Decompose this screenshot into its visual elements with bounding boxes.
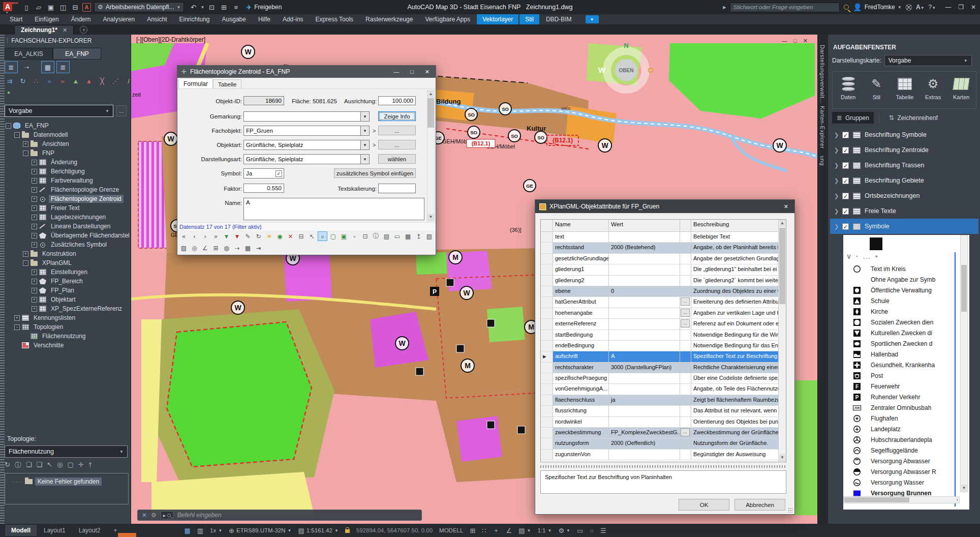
document-tab[interactable]: Zeichnung1* ✕: [14, 25, 74, 35]
checkbox-checked-icon[interactable]: ✓: [842, 147, 849, 154]
move-feature-icon[interactable]: ⇢: [232, 243, 242, 253]
waehlen-button[interactable]: wählen: [378, 154, 416, 164]
attribute-value[interactable]: A: [609, 351, 680, 362]
symbol-combo[interactable]: Ja✓: [243, 168, 284, 178]
grid-toggle[interactable]: ⊞: [470, 527, 475, 534]
chevron-right-icon[interactable]: ❯: [834, 193, 838, 199]
print-icon[interactable]: ⊟: [296, 231, 306, 241]
attribute-row-rechtsstand[interactable]: rechtsstand2000 (Bestehend)Angabe, ob de…: [541, 243, 786, 253]
fachobjekt-combo[interactable]: FP_Gruen▼: [243, 126, 370, 136]
nav-prev-icon[interactable]: ‹: [190, 231, 199, 241]
menu-item-vektorlayer[interactable]: Vektorlayer: [477, 14, 518, 24]
nav-last-icon[interactable]: »: [211, 231, 221, 241]
cubes-icon[interactable]: ❏: [37, 461, 43, 470]
tool-stil[interactable]: ✎Stil: [864, 76, 890, 100]
command-placeholder[interactable]: Befehl eingeben: [177, 512, 222, 519]
attribute-value[interactable]: [609, 264, 680, 275]
tree-item-lineare-darstellungen[interactable]: +Lineare Darstellungen: [5, 222, 130, 231]
cancel-button[interactable]: Abbrechen: [734, 499, 785, 511]
expand-plus-icon[interactable]: +: [32, 215, 37, 220]
refresh-icon[interactable]: ↻: [254, 231, 263, 241]
tree-item-objektart[interactable]: +Objektart: [5, 295, 130, 304]
undo-icon[interactable]: ↶: [188, 2, 198, 12]
expand-plus-icon[interactable]: +: [32, 288, 37, 293]
close-form-icon[interactable]: ⇥: [254, 243, 263, 253]
explorer-tool-icon-2[interactable]: ↻: [18, 76, 28, 85]
side-tab-karten-explorer[interactable]: Karten-Explorer: [819, 106, 825, 149]
table-insert-icon[interactable]: ▦: [403, 231, 413, 241]
objektart-combo[interactable]: Grünfläche, Spielplatz▼: [243, 140, 370, 150]
table-scrollbar[interactable]: ▲▼: [778, 220, 786, 462]
maximize-icon[interactable]: □: [410, 69, 414, 75]
restore-icon[interactable]: ❐: [958, 4, 964, 11]
chevron-down-icon[interactable]: ∨: [846, 252, 851, 260]
menu-item-ansicht[interactable]: Ansicht: [141, 14, 172, 24]
fachobjekt-more-button[interactable]: ...: [378, 126, 416, 135]
tree-item-einstellungen[interactable]: +Einstellungen: [5, 267, 130, 277]
explorer-tool-icon-6[interactable]: ▲: [71, 76, 81, 85]
expand-plus-icon[interactable]: +: [32, 196, 37, 202]
tree-item-datenmodell[interactable]: -Datenmodell: [5, 130, 130, 139]
compass-oben-label[interactable]: OBEN: [619, 68, 634, 73]
performance-monitor[interactable]: ○: [590, 527, 594, 534]
layer-row-beschriftung-symbole[interactable]: ❯✓Beschriftung Symbole: [830, 127, 978, 142]
attribute-value[interactable]: [609, 319, 680, 329]
tree-item--nderung[interactable]: +Änderung: [5, 158, 130, 167]
layout-tab-modell[interactable]: Modell: [5, 525, 37, 536]
zoom-flash-icon[interactable]: ◎: [57, 461, 63, 470]
tree-item--berlagernde-fl-chendarstellungen[interactable]: +Überlagernde Flächendarstellungen: [5, 231, 130, 240]
ok-button[interactable]: OK: [679, 499, 729, 511]
cart-icon[interactable]: ⛒: [906, 4, 912, 11]
textskalierung-field[interactable]: [378, 184, 416, 193]
expand-plus-icon[interactable]: +: [32, 233, 37, 238]
record-view-icon[interactable]: ▭: [392, 231, 402, 241]
tree-item-fnp[interactable]: -FNP: [5, 148, 130, 158]
profile-select[interactable]: Vorgabe▼: [5, 105, 113, 117]
attribute-value[interactable]: [609, 417, 680, 427]
layer-row-ortsbezeichnungen[interactable]: ❯✓Ortsbezeichnungen: [830, 188, 978, 203]
faktor-field[interactable]: 0.550: [243, 184, 284, 193]
polygon-dashed-icon[interactable]: ▫: [350, 231, 359, 241]
chevron-right-icon[interactable]: ❯: [834, 208, 838, 215]
expand-plus-icon[interactable]: +: [32, 242, 37, 248]
chevron-right-icon[interactable]: ❯: [834, 223, 838, 230]
menu-item-dbd-bim[interactable]: DBD-BIM: [540, 14, 577, 24]
filter-add-icon[interactable]: ▼: [222, 231, 231, 241]
tree-item-fl-chentopologie-grenze[interactable]: +Flächentopologie Grenze: [5, 185, 130, 194]
menu-item-verf-gbare-apps[interactable]: Verfügbare Apps: [419, 14, 476, 24]
side-tab-ung[interactable]: ung: [819, 156, 825, 166]
tree-item-ea-fnp[interactable]: -EA_FNP: [5, 121, 130, 130]
layout-tab-layout2[interactable]: Layout2: [73, 525, 107, 536]
chevron-right-icon[interactable]: ❯: [834, 147, 838, 154]
new-tab-button[interactable]: ＋: [80, 26, 87, 34]
objektart-more-button[interactable]: ...: [378, 140, 416, 150]
link-table-icon[interactable]: ⊞: [211, 243, 221, 253]
legend-vscrollbar[interactable]: ▼: [960, 235, 968, 492]
form-scrollbar[interactable]: ▲▼: [427, 90, 435, 221]
tree-item-fl-chentopologie-zentroid[interactable]: +Flächentopologie Zentroid: [5, 194, 130, 203]
compass-west-label[interactable]: W: [598, 66, 606, 74]
collapse-minus-icon[interactable]: -: [14, 324, 20, 330]
split-icon[interactable]: †: [88, 461, 92, 470]
attribute-value[interactable]: ja: [609, 395, 680, 405]
legend-row-feuerwehr[interactable]: FFeuerwehr: [843, 381, 969, 392]
attribute-value[interactable]: [609, 297, 680, 307]
tool-daten[interactable]: Daten: [836, 76, 861, 100]
open-file-icon[interactable]: ▱: [34, 2, 44, 12]
zoom-record-icon[interactable]: ⌕: [318, 231, 327, 241]
tree-item-xp-spezexternereferenz[interactable]: +XP_SpezExterneReferenz: [5, 304, 130, 313]
dialog-title-bar[interactable]: XPlanGML-Objektattribute für FP_Gruen ✕: [535, 200, 794, 213]
explorer-tool-icon-1[interactable]: ⇉: [5, 76, 15, 85]
tree-item-topologien[interactable]: -Topologien: [5, 322, 130, 332]
model-space-toggle[interactable]: MODELL: [439, 527, 463, 533]
expand-plus-icon[interactable]: +: [32, 306, 37, 312]
objekt-id-field[interactable]: 18690: [243, 96, 284, 105]
attribute-row-flussrichtung[interactable]: flussrichtungDas Attribut ist nur releva…: [541, 406, 786, 416]
tree-item-berichtigung[interactable]: +Berichtigung: [5, 167, 130, 176]
symbol-insert-button[interactable]: zusätzliches Symbol einfügen: [334, 168, 416, 178]
clean-screen[interactable]: ▭: [577, 527, 583, 534]
attribute-value[interactable]: [609, 330, 680, 340]
legend-row-text-im-kreis[interactable]: Text im Kreis: [843, 263, 969, 274]
attribute-row-externereferenz[interactable]: externeReferenz...Referenz auf ein Dokum…: [541, 319, 786, 330]
db-search-button[interactable]: ≣: [5, 61, 18, 73]
